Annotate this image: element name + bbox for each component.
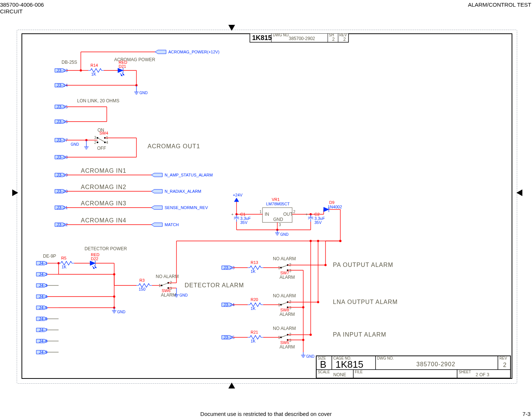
- acromag-power-net: ACROMAG_POWER(+12V): [168, 50, 219, 54]
- doc-word: CIRCUIT: [0, 8, 44, 15]
- r21-val: 1K: [251, 339, 256, 343]
- svg-text:3: 3: [289, 306, 291, 310]
- r3-val: 150: [139, 287, 145, 291]
- svg-text:J4-1: J4-1: [39, 261, 47, 265]
- r14-val: 1K: [91, 72, 96, 76]
- d21-ref: D21: [119, 64, 126, 69]
- svg-text:SENSE_NORM/N_REV: SENSE_NORM/N_REV: [165, 205, 208, 210]
- j4-3: J4-3: [36, 283, 59, 288]
- j4-8: J4-8: [36, 339, 59, 343]
- pa-input-branch: J3-25 R21 1K 1 2 3 NO ALARM SW5 ALARM PA…: [222, 326, 386, 350]
- j3-22: J3-22: [55, 222, 68, 227]
- r5-val: 1K: [62, 265, 67, 269]
- d22-ref: D22: [91, 257, 98, 261]
- detector-power: DETECTOR POWER: [85, 246, 127, 251]
- j4-1: J4-1: [36, 261, 59, 265]
- svg-point-108: [113, 273, 115, 275]
- tb-cage-val: 1K815: [336, 359, 363, 370]
- svg-text:1: 1: [278, 266, 280, 270]
- r14-ref: R14: [90, 63, 98, 67]
- j4-6: J4-6: [36, 317, 59, 321]
- sw6-alarm: ALARM: [161, 292, 176, 298]
- svg-text:N_AMP_STATUS_ALARM: N_AMP_STATUS_ALARM: [165, 173, 213, 177]
- pa-output-branch: J3-23 R13 1K 1 2 3 NO ALARM SW7 ALARM PA…: [222, 256, 393, 280]
- j4-4: J4-4: [36, 294, 114, 299]
- lon-link-label: LON LINK, 20 OHMS: [77, 98, 119, 103]
- tb-scale-val: NONE: [333, 372, 346, 377]
- in4: ACROMAG IN4 MATCH: [66, 217, 179, 227]
- svg-text:2: 2: [94, 140, 96, 145]
- svg-text:J4-8: J4-8: [39, 339, 47, 343]
- r21-ref: R21: [251, 330, 258, 334]
- header-left: 385700-4006-006 CIRCUIT: [0, 1, 44, 15]
- r20-ref: R20: [251, 297, 258, 302]
- svg-text:2: 2: [293, 210, 295, 214]
- svg-text:ACROMAG IN2: ACROMAG IN2: [81, 184, 126, 190]
- svg-point-48: [97, 142, 99, 143]
- de9p-label: DE-9P: [43, 254, 56, 259]
- svg-text:1: 1: [260, 210, 262, 214]
- tick-top-icon: [228, 25, 235, 31]
- j3-18: J3-18: [55, 155, 68, 159]
- vr1-ref: VR1: [272, 197, 280, 202]
- r13-val: 1K: [251, 269, 256, 274]
- lna-output-branch: J3-24 R20 1K 1 2 3 NO ALARM SW8 ALARM LN…: [222, 293, 398, 317]
- vr1-block: +24V + C1 3.3uF 35V VR1 LM78M05CT IN OUT…: [231, 193, 342, 242]
- sw4-on: ON: [98, 128, 104, 133]
- svg-point-175: [310, 240, 312, 242]
- sw5-noalarm: NO ALARM: [273, 326, 296, 331]
- tb-sheet-val: 2 OF 3: [476, 372, 489, 377]
- tb-rev-val: 2: [503, 362, 507, 368]
- j4-7: J4-7: [36, 328, 59, 332]
- page-number: 7-3: [522, 411, 531, 417]
- top-dwg-lbl: DWG NO.: [273, 33, 290, 37]
- svg-text:J4-7: J4-7: [39, 328, 47, 332]
- tb-dwg-no: 385700-2902: [416, 361, 455, 367]
- in1: ACROMAG IN1 N_AMP_STATUS_ALARM: [66, 168, 213, 177]
- title-block: SIZE B CAGE NO. 1K815 DWG NO. 385700-290…: [316, 356, 510, 378]
- doc-number: 385700-4006-006: [0, 1, 44, 8]
- j3-19: J3-19: [55, 173, 68, 177]
- c1-v2: 35V: [240, 220, 248, 225]
- svg-text:J4-2: J4-2: [39, 272, 47, 277]
- top-rev: 2: [343, 37, 346, 42]
- svg-text:IN: IN: [265, 212, 269, 217]
- schematic-svg: 1K815 DWG NO. 385700-2902 SH 2 REV 2 J3-…: [22, 33, 512, 379]
- db25s-label: DB-25S: [62, 60, 77, 65]
- sw4-off: OFF: [97, 146, 106, 151]
- r3-ref: R3: [139, 278, 145, 282]
- j3-16: J3-16: [55, 119, 68, 124]
- svg-text:3: 3: [279, 223, 281, 227]
- j3-15: J3-15: [55, 105, 68, 109]
- tb-sheet-lbl: SHEET: [459, 370, 471, 374]
- pa-input-alarm: PA INPUT ALARM: [333, 331, 386, 338]
- svg-text:ACROMAG IN4: ACROMAG IN4: [81, 217, 126, 224]
- svg-text:3: 3: [94, 136, 96, 140]
- svg-text:GND: GND: [273, 217, 283, 222]
- r13-ref: R13: [251, 260, 258, 265]
- tb-rev-lbl: REV: [499, 356, 507, 360]
- sw5-alarm: ALARM: [280, 344, 295, 350]
- p24v: +24V: [233, 193, 243, 197]
- svg-text:3: 3: [289, 338, 291, 343]
- svg-text:J4-6: J4-6: [39, 317, 47, 321]
- in3: ACROMAG IN3 SENSE_NORM/N_REV: [66, 200, 208, 210]
- acromag-out1: ACROMAG OUT1: [148, 143, 200, 149]
- svg-point-173: [317, 240, 319, 242]
- footer-note: Document use is restricted to that descr…: [0, 411, 532, 417]
- j4-9: J4-9: [36, 350, 59, 354]
- svg-text:J4-3: J4-3: [39, 283, 47, 288]
- svg-text:N_RADIAX_ALARM: N_RADIAX_ALARM: [165, 189, 201, 194]
- svg-point-93: [113, 295, 115, 298]
- top-dwg-no: 385700-2902: [289, 36, 315, 41]
- j3-21: J3-21: [55, 205, 68, 210]
- pa-output-alarm: PA OUTPUT ALARM: [333, 262, 393, 268]
- j3-13: J3-13: [55, 68, 82, 73]
- j4-5: J4-5: [36, 305, 59, 310]
- j3-20: J3-20: [55, 189, 68, 194]
- svg-text:GND: GND: [179, 293, 188, 297]
- svg-text:+: +: [305, 212, 308, 216]
- lna-output-alarm: LNA OUTPUT ALARM: [333, 299, 398, 305]
- tick-left-icon: [12, 189, 18, 196]
- sw8-noalarm: NO ALARM: [273, 293, 296, 298]
